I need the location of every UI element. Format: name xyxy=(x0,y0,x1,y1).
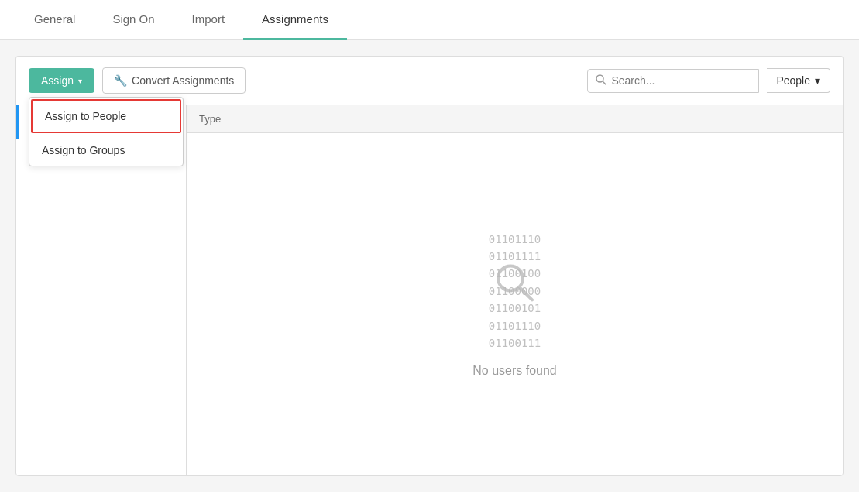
people-chevron-icon: ▾ xyxy=(815,74,820,87)
convert-assignments-button[interactable]: 🔧 Convert Assignments xyxy=(102,67,246,94)
main-content: Assign ▾ 🔧 Convert Assignments People ▾ xyxy=(0,40,859,492)
binary-line-1: 01101110 xyxy=(489,231,541,248)
toolbar: Assign ▾ 🔧 Convert Assignments People ▾ xyxy=(15,56,844,105)
people-dropdown-button[interactable]: People ▾ xyxy=(767,68,830,93)
top-nav: General Sign On Import Assignments xyxy=(0,0,859,40)
assign-dropdown-arrow: ▾ xyxy=(78,77,82,85)
assign-button[interactable]: Assign ▾ xyxy=(29,68,94,93)
empty-state-search-icon xyxy=(493,259,537,323)
svg-line-1 xyxy=(603,81,606,84)
binary-display: 01101110 01101111 01100100 01100000 0110… xyxy=(489,231,541,352)
search-wrapper xyxy=(587,69,759,93)
search-icon xyxy=(596,74,606,87)
wrench-icon: 🔧 xyxy=(114,74,127,87)
search-input[interactable] xyxy=(611,74,751,87)
binary-line-7: 01100111 xyxy=(489,334,541,351)
assign-dropdown-menu: Assign to People Assign to Groups xyxy=(29,97,184,166)
no-users-text: No users found xyxy=(472,364,557,378)
assign-to-groups-item[interactable]: Assign to Groups xyxy=(29,135,183,166)
svg-line-3 xyxy=(520,287,532,300)
tab-sign-on[interactable]: Sign On xyxy=(94,0,173,40)
assign-label: Assign xyxy=(41,74,74,87)
empty-state: 01101110 01101111 01100100 01100000 0110… xyxy=(187,133,843,475)
people-label: People xyxy=(776,74,810,87)
tab-assignments[interactable]: Assignments xyxy=(243,0,347,40)
convert-label: Convert Assignments xyxy=(132,74,234,87)
tab-import[interactable]: Import xyxy=(174,0,244,40)
table-header: Type xyxy=(187,105,843,133)
tab-general[interactable]: General xyxy=(15,0,94,40)
type-column-header: Type xyxy=(199,113,830,125)
main-area: Type 01101110 01101111 01100100 01100000… xyxy=(187,105,843,475)
assign-to-people-item[interactable]: Assign to People xyxy=(31,99,181,133)
